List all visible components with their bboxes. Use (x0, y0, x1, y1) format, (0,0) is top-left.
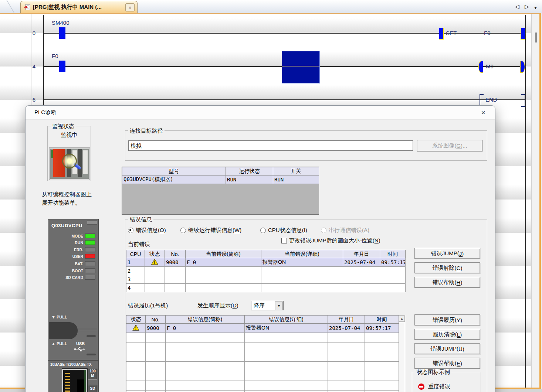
led-row: SD CARD (50, 275, 95, 280)
set-instruction-operand[interactable]: F0 (484, 30, 491, 36)
cell (343, 267, 380, 275)
tab-scroll-left-icon[interactable]: ◁ (515, 3, 519, 10)
cell (261, 275, 343, 284)
scrollbar-thumb[interactable] (535, 33, 537, 42)
error-history-table: 状态 No. 错误信息(简称) 错误信息(详细) 年月日 时间 9000 F 0… (126, 315, 399, 392)
set-instruction-op[interactable]: SET (446, 30, 457, 36)
system-image-button[interactable]: 系统图像(G)... (417, 140, 482, 151)
connection-path-group: 连接目标路径 模拟 系统图像(G)... (125, 130, 487, 161)
button-hotkey: C (457, 265, 461, 271)
cell (166, 371, 245, 381)
dialog-close-icon[interactable]: × (479, 108, 488, 117)
history-error-jump-button[interactable]: 错误JUMP(U) (414, 343, 480, 354)
cpu-model-table: 型号 运行状态 开关 Q03UDVCPU(模拟器) RUN RUN (122, 167, 319, 184)
tab-title: [PRG]监视 执行中 MAIN (... (33, 4, 102, 11)
error-jump-button[interactable]: 错误JUMP(J) (414, 248, 480, 259)
order-combobox[interactable]: 降序 ▼ (251, 301, 284, 310)
ladder-window-border-right (539, 13, 541, 392)
speed-top: 100 (89, 369, 96, 373)
checkbox-label: 更改错误JUMP后的画面大小·位置(N) (289, 237, 380, 244)
dropdown-arrow-icon[interactable]: ▼ (275, 301, 283, 310)
cell-cpu: 4 (126, 284, 145, 292)
end-right-bracket (521, 94, 525, 107)
dialog-title-bar[interactable]: PLC诊断 × (26, 106, 495, 120)
current-error-row[interactable]: 1 9000 F 0 报警器ON 2025-07-04 09:57:17 (126, 258, 406, 267)
cell (166, 362, 245, 371)
empty-history-row[interactable] (126, 342, 399, 352)
empty-history-row[interactable] (126, 391, 399, 392)
contact-sm400[interactable] (59, 27, 65, 39)
cell (166, 342, 245, 352)
cell (166, 352, 245, 362)
col-header: 年月日 (343, 250, 380, 258)
error-clear-button[interactable]: 错误解除(C) (414, 262, 480, 273)
table-header-row: 型号 运行状态 开关 (122, 167, 319, 175)
led-label: SD CARD (65, 275, 83, 280)
connection-path-field[interactable]: 模拟 (128, 140, 413, 151)
error-help-button[interactable]: 错误帮助(H) (414, 277, 480, 288)
scroll-up-icon[interactable]: ▲ (399, 316, 405, 322)
button-hotkey: U (458, 346, 463, 352)
button-hotkey: L (457, 331, 460, 338)
empty-error-row[interactable]: 2 (126, 267, 406, 275)
cell-model: Q03UDVCPU(模拟器) (122, 175, 226, 184)
radio-error-info[interactable]: 错误信息(O) (128, 227, 166, 234)
resize-after-jump-checkbox[interactable]: 更改错误JUMP后的画面大小·位置(N) (281, 237, 380, 244)
col-header: No. (165, 250, 186, 258)
led-label: BAT. (75, 262, 83, 266)
radio-continue-error[interactable]: 继续运行错误信息(W) (180, 227, 241, 234)
cell-time: 09:57:17 (365, 324, 399, 333)
cell (186, 267, 261, 275)
cell-switch: RUN (273, 175, 319, 184)
history-table-scrollbar[interactable]: ▲ (399, 315, 405, 392)
connection-path-group-label: 连接目标路径 (128, 127, 165, 134)
empty-error-row[interactable]: 3 (126, 275, 406, 284)
empty-history-row[interactable] (126, 371, 399, 381)
end-instruction[interactable]: END (485, 96, 497, 103)
cell (146, 342, 166, 352)
tab-list-icon[interactable]: ▼ (533, 4, 538, 11)
cpu-model-table-wrap: 型号 运行状态 开关 Q03UDVCPU(模拟器) RUN RUN (122, 167, 319, 215)
ladder-selection-cursor[interactable] (282, 51, 320, 83)
empty-history-row[interactable] (126, 362, 399, 371)
cell-date: 2025-07-04 (343, 258, 380, 267)
document-tab-bar: [PRG]监视 执行中 MAIN (... × ◁ ▷ ▼ (0, 0, 542, 13)
button-text: 错误帮助( (433, 279, 457, 286)
cell-brief: F 0 (166, 324, 245, 333)
cell (245, 391, 328, 392)
speed-bottom: M (91, 374, 94, 378)
radio-serial-error[interactable]: 串行通信错误(A) (321, 227, 369, 234)
cell (365, 391, 399, 392)
history-error-row[interactable]: 9000 F 0 报警器ON 2025-07-04 09:57:17 (126, 324, 399, 333)
plc-diagnostics-dialog: PLC诊断 × 监视状态 监视中 从可编程控制器图上 展开功能菜单。 Q03UD… (25, 105, 495, 392)
button-text: 错误帮助( (433, 360, 457, 367)
current-error-label: 当前错误 (128, 241, 150, 248)
empty-history-row[interactable] (126, 381, 399, 391)
order-display-label: 发生顺序显示(D) (197, 302, 238, 309)
status-icon-legend-label: 状态图标示例 (415, 369, 451, 376)
history-error-help-button[interactable]: 错误帮助(E) (414, 358, 480, 369)
button-text: 错误JUMP( (431, 250, 459, 257)
empty-history-row[interactable] (126, 352, 399, 362)
cpu-module-graphic: Q03UDVCPU MODE RUN ERR. USER BAT. (48, 219, 99, 392)
empty-error-row[interactable]: 4 (126, 284, 406, 292)
cell (146, 352, 166, 362)
tab-close-icon[interactable]: × (125, 3, 135, 11)
contact-f0[interactable] (59, 61, 65, 72)
tab-prg-main[interactable]: [PRG]监视 执行中 MAIN (... × (20, 1, 138, 13)
magnifier-icon (62, 154, 77, 168)
tab-scroll-right-icon[interactable]: ▷ (525, 3, 529, 10)
empty-history-row[interactable] (126, 333, 399, 342)
history-clear-button[interactable]: 履历清除(L) (414, 329, 480, 340)
coil-right-bracket (520, 61, 525, 73)
cell-run-status: RUN (226, 175, 273, 184)
button-text: ) (460, 331, 462, 338)
error-history-button[interactable]: 错误履历(Y) (414, 314, 480, 325)
ladder-vertical-scrollbar[interactable] (531, 14, 540, 388)
coil-operand[interactable]: M0 (486, 63, 494, 69)
cell-status (126, 324, 146, 333)
cpu-model-row[interactable]: Q03UDVCPU(模拟器) RUN RUN (122, 175, 319, 184)
radio-cpu-status[interactable]: CPU状态信息(I) (260, 227, 307, 234)
cell (328, 371, 365, 381)
button-text: ) (460, 317, 462, 323)
